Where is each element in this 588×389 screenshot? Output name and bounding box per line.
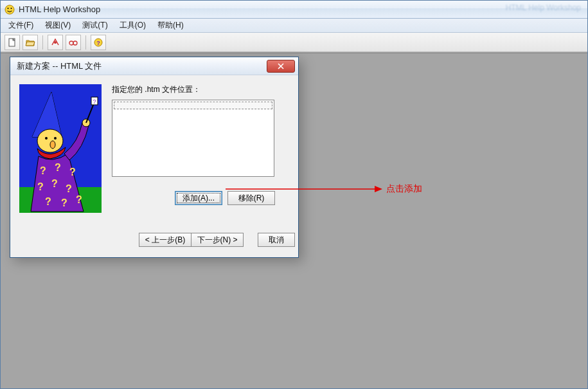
svg-point-6 <box>69 41 73 45</box>
svg-text:?: ? <box>45 196 51 207</box>
svg-point-16 <box>45 137 48 140</box>
toolbar: ? <box>1 33 587 52</box>
background-app-label: HTML Help Workshop <box>506 3 581 12</box>
svg-point-1 <box>8 8 9 9</box>
menu-file[interactable]: 文件(F) <box>3 19 39 32</box>
svg-point-15 <box>37 129 63 152</box>
svg-text:?: ? <box>55 162 61 173</box>
svg-text:?: ? <box>96 40 100 46</box>
wizard-image: ? ? ? ? ? ? ? ? ? ? <box>19 84 102 213</box>
titlebar: HTML Help Workshop HTML Help Workshop <box>1 1 587 19</box>
close-button[interactable] <box>267 60 295 73</box>
svg-point-18 <box>50 141 55 149</box>
back-button[interactable]: < 上一步(B) <box>139 233 192 247</box>
dialog-title: 新建方案 -- HTML 文件 <box>17 60 267 72</box>
dialog-titlebar: 新建方案 -- HTML 文件 <box>10 57 298 75</box>
svg-point-17 <box>54 137 57 140</box>
svg-text:?: ? <box>37 181 44 192</box>
file-location-label: 指定您的 .htm 文件位置： <box>112 84 200 95</box>
svg-text:?: ? <box>93 98 96 105</box>
new-project-dialog: 新建方案 -- HTML 文件 <box>10 57 299 258</box>
svg-marker-33 <box>375 186 382 192</box>
main-window: HTML Help Workshop HTML Help Workshop 文件… <box>0 0 588 389</box>
toolbar-separator <box>85 35 86 50</box>
toolbar-help-wizard-icon[interactable]: ? <box>91 35 106 50</box>
content-area: 新建方案 -- HTML 文件 <box>1 53 587 388</box>
svg-point-7 <box>73 41 77 45</box>
svg-text:?: ? <box>51 178 58 189</box>
app-icon <box>4 5 15 15</box>
svg-text:?: ? <box>61 197 67 208</box>
svg-text:?: ? <box>40 165 46 176</box>
add-button[interactable]: 添加(A)... <box>175 191 222 205</box>
annotation-text: 点击添加 <box>386 183 422 195</box>
menu-test[interactable]: 测试(T) <box>77 19 112 32</box>
dialog-body: ? ? ? ? ? ? ? ? ? ? 指定您的 .htm 文件位置： <box>10 75 298 257</box>
next-button[interactable]: 下一步(N) > <box>191 233 244 247</box>
menubar: 文件(F) 视图(V) 测试(T) 工具(O) 帮助(H) <box>1 19 587 33</box>
toolbar-glasses-icon[interactable] <box>66 35 81 50</box>
svg-text:?: ? <box>69 167 76 177</box>
menu-view[interactable]: 视图(V) <box>40 19 76 32</box>
svg-text:?: ? <box>66 183 72 194</box>
toolbar-new-icon[interactable] <box>4 35 20 50</box>
cancel-button[interactable]: 取消 <box>258 233 295 247</box>
svg-point-0 <box>5 5 14 14</box>
svg-text:?: ? <box>76 194 82 205</box>
svg-point-2 <box>11 8 12 9</box>
remove-button[interactable]: 移除(R) <box>227 191 275 205</box>
file-list[interactable] <box>112 100 274 177</box>
file-list-selection <box>114 102 272 109</box>
menu-help[interactable]: 帮助(H) <box>152 19 189 32</box>
menu-tools[interactable]: 工具(O) <box>114 19 151 32</box>
app-title: HTML Help Workshop <box>19 5 584 14</box>
toolbar-separator <box>42 35 43 50</box>
toolbar-open-icon[interactable] <box>22 35 38 50</box>
svg-point-5 <box>54 41 57 44</box>
toolbar-compile-icon[interactable] <box>48 35 63 50</box>
